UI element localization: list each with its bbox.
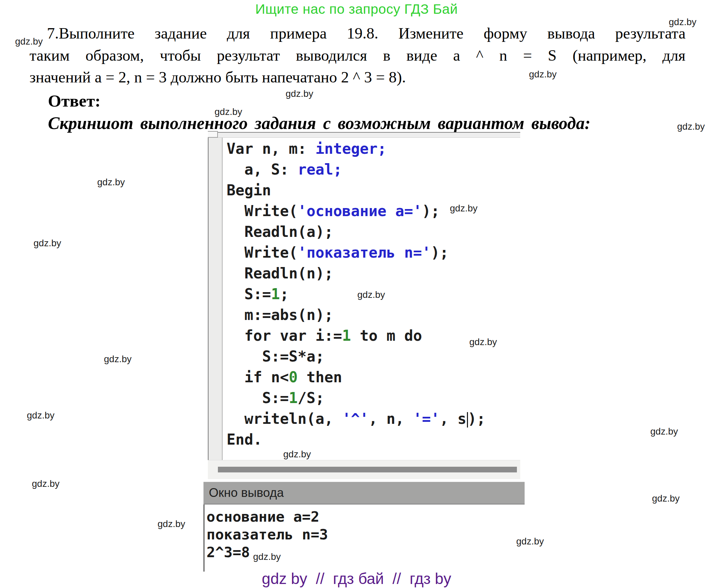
gdz-watermark: gdz.by <box>516 536 544 547</box>
editor-gutter <box>208 138 223 460</box>
code-line: Begin <box>227 180 520 201</box>
gdz-watermark: gdz.by <box>652 493 680 504</box>
footer-text: gdz by // гдз бай // гдз by <box>0 570 713 588</box>
output-window: Окно вывода основание a=2показатель n=32… <box>203 482 525 572</box>
gdz-watermark: gdz.by <box>34 238 61 249</box>
gdz-watermark: gdz.by <box>450 203 478 214</box>
code-line: a, S: real; <box>227 159 520 180</box>
code-editor: Var n, m: integer; a, S: real;Begin Writ… <box>208 132 520 479</box>
editor-top-bar <box>208 132 520 138</box>
screenshot-caption: Скриншот выполненного задания с возможны… <box>48 113 590 133</box>
horizontal-scrollbar[interactable] <box>208 460 520 479</box>
gdz-watermark: gdz.by <box>158 519 185 529</box>
code-line: if n<0 then <box>227 367 520 387</box>
task-line-3: значений a = 2, n = 3 должно быть напеча… <box>29 68 406 86</box>
gdz-watermark: gdz.by <box>283 449 311 460</box>
gdz-watermark: gdz.by <box>469 337 497 348</box>
code-line: Write('показатель n='); <box>227 242 520 263</box>
code-line: S:=S*a; <box>227 346 520 367</box>
output-text: основание a=2показатель n=32^3=8 <box>203 505 525 572</box>
code-line: Var n, m: integer; <box>227 139 520 159</box>
gdz-watermark: gdz.by <box>529 69 557 80</box>
output-line: показатель n=3 <box>206 526 525 543</box>
gdz-watermark: gdz.by <box>27 410 55 421</box>
scrollbar-thumb[interactable] <box>218 467 517 472</box>
answer-label: Ответ: <box>48 91 101 110</box>
gdz-watermark: gdz.by <box>97 177 125 188</box>
output-window-title: Окно вывода <box>209 486 284 500</box>
gdz-watermark: gdz.by <box>15 36 43 47</box>
gdz-watermark: gdz.by <box>357 290 385 300</box>
output-line: основание a=2 <box>206 508 525 526</box>
gdz-watermark: gdz.by <box>286 88 313 99</box>
task-line-2: таким образом, чтобы результат выводился… <box>29 46 686 64</box>
gdz-watermark: gdz.by <box>650 426 678 437</box>
promo-banner: Ищите нас по запросу ГДЗ Бай <box>0 1 713 17</box>
task-line-1: 7.Выполните задание для примера 19.8. Из… <box>47 24 686 42</box>
code-line: Readln(a); <box>227 222 520 242</box>
page-root: { "colors": { "banner_green": "#2fd130",… <box>0 0 713 588</box>
gdz-watermark: gdz.by <box>215 107 242 117</box>
output-window-header: Окно вывода <box>203 482 525 505</box>
gdz-watermark: gdz.by <box>253 551 281 562</box>
code-line: Readln(n); <box>227 263 520 284</box>
code-line: S:=1/S; <box>227 387 520 408</box>
editor-fold-corner <box>208 131 218 138</box>
gdz-watermark: gdz.by <box>32 479 60 489</box>
code-line: End. <box>227 429 520 450</box>
gdz-watermark: gdz.by <box>669 17 697 27</box>
gdz-watermark: gdz.by <box>677 121 705 132</box>
gdz-watermark: gdz.by <box>104 354 132 364</box>
code-line: m:=abs(n); <box>227 304 520 325</box>
code-line: writeln(a, '^', n, '=', s); <box>227 408 520 429</box>
